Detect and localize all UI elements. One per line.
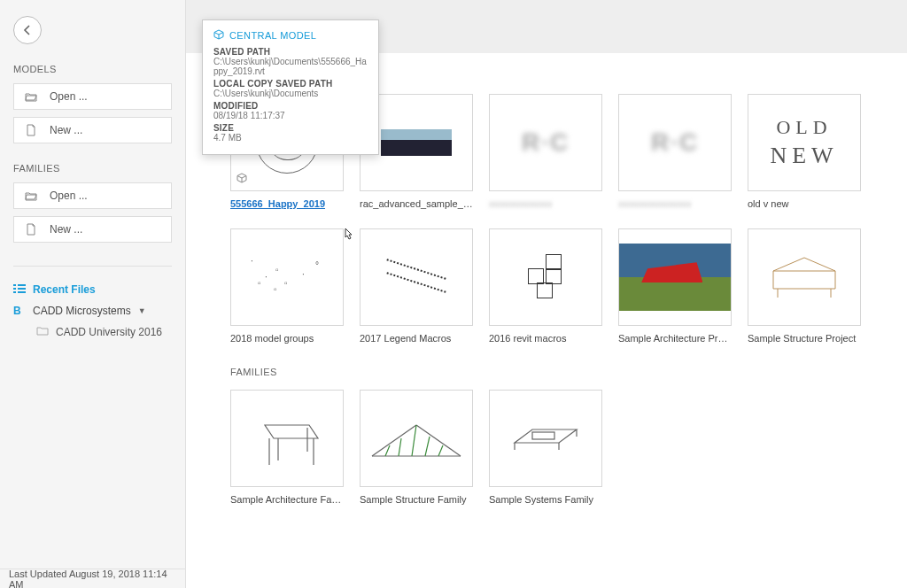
svg-line-15	[372, 425, 416, 456]
tooltip-local-path-label: LOCAL COPY SAVED PATH	[213, 79, 368, 89]
tooltip-size: 4.7 MB	[213, 133, 368, 143]
section-title: FAMILIES	[230, 367, 872, 377]
tooltip-size-label: SIZE	[213, 123, 368, 133]
thumbnail	[748, 228, 861, 326]
arrow-left-icon	[20, 23, 35, 37]
family-tile[interactable]: Sample Systems Family	[489, 390, 602, 505]
svg-rect-4	[13, 291, 16, 293]
tile-label: 2017 Legend Macros	[360, 333, 473, 344]
thumbnail: R·C	[489, 94, 602, 191]
tile-label: Sample Structure Project	[748, 333, 861, 344]
workspace-row[interactable]: B CADD Microsystems ▼	[13, 300, 172, 321]
model-tile[interactable]: Sample Structure Project	[748, 228, 861, 344]
tooltip-modified-label: MODIFIED	[213, 101, 368, 111]
thumbnail	[360, 390, 473, 487]
tile-label: xxxxxxxxxxxxxxx	[618, 198, 732, 209]
model-tile[interactable]: 2016 revit macros	[489, 228, 602, 344]
button-label: Open ...	[50, 190, 88, 202]
svg-rect-2	[13, 288, 16, 290]
families-section: FAMILIES Sample Architecture Family Samp…	[230, 367, 872, 505]
tooltip-local-path: C:\Users\kunkj\Documents	[213, 89, 368, 98]
models-open-button[interactable]: Open ...	[13, 83, 172, 110]
model-tile[interactable]: Sample Architecture Project	[618, 228, 732, 344]
tile-label: Sample Architecture Project	[618, 333, 732, 344]
svg-rect-1	[18, 284, 26, 286]
file-new-icon	[25, 124, 37, 136]
tile-label: 2016 revit macros	[489, 333, 602, 344]
sidebar-families-title: FAMILIES	[13, 163, 172, 174]
tile-label: Sample Structure Family	[360, 494, 473, 505]
family-tile[interactable]: Sample Architecture Family	[230, 390, 344, 505]
thumbnail: R·C	[618, 94, 732, 191]
thumbnail	[489, 390, 602, 487]
svg-line-20	[425, 437, 430, 456]
button-label: New ...	[50, 124, 82, 136]
thumbnail: OLDNEW	[748, 94, 861, 191]
tooltip-saved-path: C:\Users\kunkj\Documents\555666_Happy_20…	[213, 57, 368, 76]
tooltip-modified: 08/19/18 11:17:37	[213, 111, 368, 120]
families-grid: Sample Architecture Family Sample Struct…	[230, 390, 872, 505]
svg-line-16	[416, 425, 461, 456]
svg-marker-9	[265, 425, 318, 438]
tooltip-saved-path-label: SAVED PATH	[213, 47, 368, 57]
families-new-button[interactable]: New ...	[13, 216, 172, 243]
svg-line-17	[385, 445, 390, 456]
recent-files-label: Recent Files	[33, 283, 96, 296]
thumbnail	[489, 228, 602, 326]
cube-icon	[213, 29, 224, 42]
cursor-pointer-icon	[340, 227, 354, 244]
svg-marker-22	[515, 429, 577, 443]
thumbnail	[230, 390, 344, 487]
svg-line-21	[438, 445, 443, 456]
model-tile[interactable]: OLDNEW old v new	[748, 94, 861, 209]
tile-label: Sample Architecture Family	[230, 494, 344, 505]
thumbnail: ·▫ ▫▫ ·° ▫·	[230, 228, 344, 326]
workspace-label: CADD Microsystems	[33, 305, 131, 317]
back-button[interactable]	[13, 16, 42, 44]
recent-files-link[interactable]: Recent Files	[13, 279, 172, 300]
model-tile[interactable]: 2017 Legend Macros	[360, 228, 473, 344]
sidebar-tree: Recent Files B CADD Microsystems ▼ CADD …	[13, 266, 172, 343]
svg-rect-26	[532, 432, 554, 439]
svg-rect-3	[18, 288, 26, 290]
tile-label: rac_advanced_sample_proj...	[360, 198, 473, 209]
families-open-button[interactable]: Open ...	[13, 182, 172, 209]
list-icon	[13, 283, 26, 297]
folder-open-icon	[25, 190, 37, 201]
tooltip-title: CENTRAL MODEL	[229, 30, 316, 41]
chevron-down-icon: ▼	[138, 306, 146, 315]
model-tile[interactable]: R·C xxxxxxxxxxxxxxx	[618, 94, 732, 209]
svg-rect-0	[13, 284, 16, 286]
thumbnail	[360, 228, 473, 326]
status-bar: Last Updated August 19, 2018 11:14 AM	[0, 569, 185, 588]
model-tile[interactable]: ·▫ ▫▫ ·° ▫· 2018 model groups	[230, 228, 344, 344]
svg-line-18	[399, 438, 401, 456]
subfolder-label: CADD University 2016	[56, 326, 162, 338]
tile-label: 2018 model groups	[230, 333, 344, 344]
model-tile[interactable]: R·C xxxxxxxxxxxxx	[489, 94, 602, 209]
thumbnail	[618, 228, 732, 326]
family-tile[interactable]: Sample Structure Family	[360, 390, 473, 505]
svg-line-19	[412, 425, 416, 456]
models-new-button[interactable]: New ...	[13, 117, 172, 143]
button-label: Open ...	[50, 90, 88, 103]
tile-label: Sample Systems Family	[489, 494, 602, 505]
button-label: New ...	[50, 223, 82, 236]
sidebar-models-title: MODELS	[13, 64, 172, 74]
tile-label: old v new	[748, 198, 861, 209]
svg-rect-5	[18, 291, 26, 293]
workspace-subfolder[interactable]: CADD University 2016	[13, 321, 172, 343]
folder-open-icon	[25, 91, 37, 102]
folder-icon	[36, 326, 49, 338]
sidebar: MODELS Open ... New ... FAMILIES Open ..…	[0, 0, 186, 588]
file-new-icon	[25, 223, 37, 236]
tile-label: 555666_Happy_2019	[230, 198, 344, 209]
tile-label: xxxxxxxxxxxxx	[489, 198, 602, 209]
central-model-icon	[236, 173, 247, 185]
workspace-prefix: B	[13, 305, 26, 317]
file-info-tooltip: CENTRAL MODEL SAVED PATH C:\Users\kunkj\…	[202, 19, 379, 155]
